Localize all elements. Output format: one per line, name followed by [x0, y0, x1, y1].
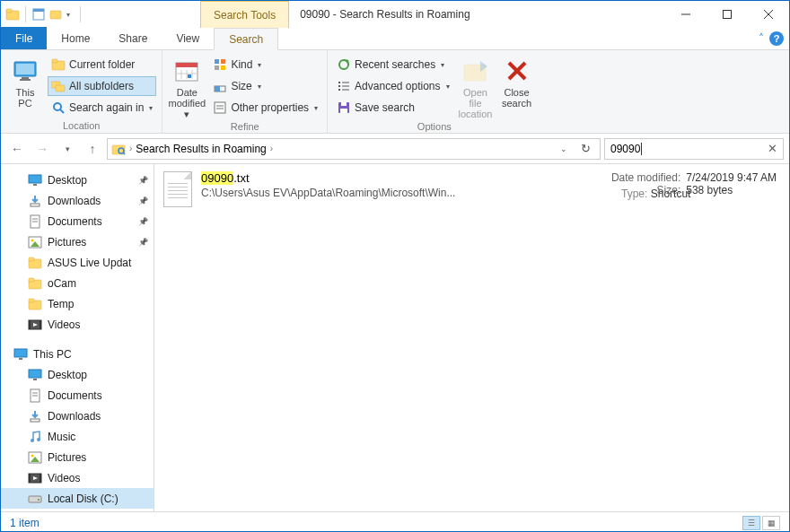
svg-line-18: [60, 109, 64, 113]
tree-item[interactable]: ASUS Live Updat: [1, 252, 154, 273]
svg-rect-89: [29, 496, 41, 502]
tree-item[interactable]: Desktop: [1, 170, 154, 190]
result-metadata: Date modified:7/24/2019 9:47 AM Size:538…: [600, 171, 777, 196]
close-x-icon: [503, 57, 531, 85]
explorer-icon[interactable]: [4, 6, 21, 22]
up-button[interactable]: ↑: [82, 138, 103, 160]
drive-icon: [28, 492, 42, 506]
pictures-icon: [28, 235, 42, 249]
tab-home[interactable]: Home: [47, 27, 104, 49]
other-properties-button[interactable]: Other properties ▾: [209, 98, 321, 118]
svg-rect-53: [29, 175, 41, 183]
address-dropdown[interactable]: ⌄: [557, 144, 571, 153]
minimize-button[interactable]: [665, 1, 707, 28]
folder-icon: [51, 57, 66, 72]
svg-rect-45: [340, 109, 347, 113]
svg-rect-29: [221, 65, 225, 70]
svg-rect-27: [221, 59, 225, 64]
svg-rect-87: [40, 474, 41, 483]
search-icon: [51, 100, 66, 115]
advanced-options-button[interactable]: Advanced options ▾: [333, 76, 452, 96]
group-location: This PC Current folder All subfolders Se…: [1, 50, 162, 133]
tab-file[interactable]: File: [1, 27, 47, 49]
recent-icon: [337, 57, 351, 72]
tab-search[interactable]: Search: [214, 28, 278, 50]
save-search-button[interactable]: Save search: [333, 98, 452, 118]
forward-button: →: [31, 138, 53, 160]
view-toggles: ☰ ▦: [742, 516, 780, 530]
monitor-icon: [11, 57, 40, 85]
close-search-button[interactable]: Close search: [498, 53, 536, 119]
search-input[interactable]: 09090 ✕: [604, 138, 784, 160]
tab-share[interactable]: Share: [104, 27, 162, 49]
chevron-down-icon: ▾: [258, 61, 261, 69]
tree-item[interactable]: Desktop: [1, 364, 154, 385]
status-bar: 1 item ☰ ▦: [1, 511, 789, 532]
results-pane[interactable]: 09090.txt C:\Users\Asus EV\AppData\Roami…: [154, 164, 789, 511]
recent-locations-dropdown[interactable]: ▾: [57, 138, 78, 160]
details-view-button[interactable]: ☰: [742, 516, 760, 530]
clear-search-icon[interactable]: ✕: [768, 142, 777, 155]
new-folder-icon[interactable]: [48, 6, 65, 22]
tree-item[interactable]: oCam: [1, 273, 154, 293]
tree-item[interactable]: Documents: [1, 385, 154, 406]
ribbon-right: ˄ ?: [759, 31, 784, 46]
tab-view[interactable]: View: [162, 27, 214, 49]
tree-item[interactable]: Local Disk (C:): [1, 488, 154, 509]
tree-item[interactable]: Documents: [1, 211, 154, 231]
back-button[interactable]: ←: [6, 138, 28, 160]
svg-rect-72: [14, 349, 27, 357]
svg-rect-26: [215, 59, 219, 64]
svg-rect-25: [188, 74, 191, 78]
chevron-down-icon: ▾: [314, 104, 318, 112]
close-button[interactable]: [748, 1, 789, 28]
svg-rect-10: [16, 64, 34, 74]
tree-item[interactable]: Pictures: [1, 447, 154, 467]
collapse-ribbon-icon[interactable]: ˄: [759, 32, 764, 45]
chevron-down-icon: ▾: [258, 83, 261, 91]
svg-rect-55: [31, 204, 40, 206]
svg-point-17: [54, 103, 61, 110]
svg-rect-37: [338, 82, 340, 83]
svg-point-81: [37, 438, 40, 441]
monitor-icon: [13, 347, 28, 362]
svg-rect-12: [20, 79, 31, 81]
svg-rect-4: [50, 11, 61, 19]
tree-item[interactable]: Downloads: [1, 406, 154, 426]
address-bar[interactable]: › Search Results in Roaming › ⌄ ↻: [107, 138, 601, 160]
svg-rect-75: [33, 379, 37, 380]
tree-item[interactable]: Pictures: [1, 231, 154, 252]
this-pc-button[interactable]: This PC: [6, 53, 44, 118]
svg-rect-14: [52, 59, 57, 63]
svg-rect-28: [215, 65, 219, 70]
navigation-pane[interactable]: DesktopDownloadsDocumentsPicturesASUS Li…: [1, 164, 154, 511]
date-modified-button[interactable]: Date modified▾: [168, 53, 206, 119]
svg-rect-31: [215, 86, 220, 92]
tree-item-this-pc[interactable]: This PC: [1, 344, 154, 364]
chevron-down-icon: ▾: [441, 61, 444, 69]
svg-point-60: [31, 239, 34, 241]
refresh-button[interactable]: ↻: [575, 142, 596, 155]
search-again-button[interactable]: Search again in ▾: [48, 98, 156, 118]
properties-icon[interactable]: [31, 6, 47, 22]
icons-view-button[interactable]: ▦: [762, 516, 780, 530]
current-folder-button[interactable]: Current folder: [48, 55, 156, 74]
qat-customize-dropdown[interactable]: ▾: [66, 11, 75, 19]
tree-item[interactable]: Temp: [1, 293, 154, 314]
help-icon[interactable]: ?: [769, 31, 784, 46]
group-label: Refine: [168, 119, 321, 134]
tree-item[interactable]: Videos: [1, 314, 154, 335]
all-subfolders-button[interactable]: All subfolders: [48, 76, 156, 96]
kind-button[interactable]: Kind ▾: [209, 55, 321, 74]
downloads-icon: [28, 194, 42, 208]
maximize-button[interactable]: [707, 1, 748, 28]
folder-icon: [28, 276, 42, 291]
tree-item[interactable]: Music: [1, 426, 154, 447]
tree-item[interactable]: Downloads: [1, 190, 154, 211]
svg-rect-73: [19, 358, 22, 360]
svg-rect-44: [341, 102, 347, 106]
size-button[interactable]: Size ▾: [209, 76, 321, 96]
tree-item[interactable]: Videos: [1, 467, 154, 488]
recent-searches-button[interactable]: Recent searches ▾: [333, 55, 452, 74]
desktop-icon: [28, 173, 42, 188]
